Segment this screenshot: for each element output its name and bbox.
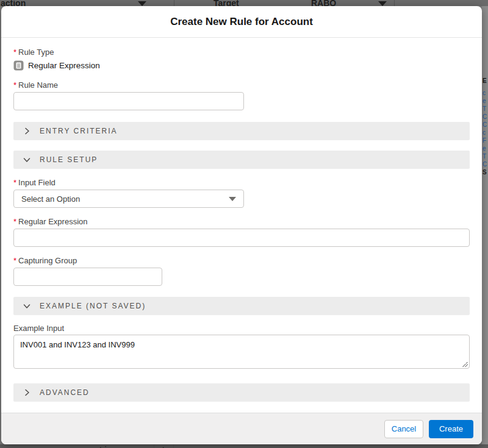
required-asterisk: * (13, 217, 16, 227)
example-input-textarea[interactable]: INV001 and INV123 and INV999 (13, 335, 470, 369)
modal-footer: Cancel Create (1, 413, 482, 444)
capturing-group-input[interactable] (13, 268, 162, 286)
resize-handle-icon[interactable] (462, 361, 468, 367)
sort-arrow-icon (378, 1, 387, 6)
create-button[interactable]: Create (429, 420, 473, 438)
clipped-letter: F (483, 137, 488, 144)
column-divider (173, 444, 174, 448)
clipped-letter: S (483, 168, 488, 176)
column-divider (154, 444, 154, 448)
clipped-letter: T (483, 105, 488, 113)
clipped-letter: e (483, 97, 488, 105)
background-cell-string: string (95, 445, 116, 448)
regular-expression-label: * Regular Expression (13, 217, 470, 227)
add-row-button: + (160, 444, 166, 448)
required-asterisk: * (13, 80, 16, 90)
chevron-down-icon (23, 155, 32, 164)
clipped-letter: C (483, 121, 488, 129)
section-label: EXAMPLE (NOT SAVED) (40, 302, 146, 310)
clipped-letter: e (483, 144, 488, 152)
background-clipped-text: E c e T C C c F e T C S (483, 73, 488, 176)
section-rule-setup[interactable]: RULE SETUP (13, 151, 470, 169)
regular-expression-input[interactable] (13, 229, 470, 247)
rule-type-value-row: Regular Expression (13, 60, 470, 71)
sort-arrow-icon (138, 1, 146, 6)
create-rule-modal: Create New Rule for Account * Rule Type … (1, 6, 482, 444)
background-column-rabo: RABO (311, 0, 336, 6)
section-entry-criteria[interactable]: ENTRY CRITERIA (13, 122, 470, 140)
clipped-letter: c (483, 129, 488, 137)
clipped-letter: C (483, 113, 488, 121)
section-advanced[interactable]: ADVANCED (13, 383, 470, 402)
section-label: ENTRY CRITERIA (40, 127, 118, 135)
list-icon (13, 60, 24, 71)
required-asterisk: * (13, 48, 16, 57)
input-field-select[interactable]: Select an Option (13, 190, 244, 208)
rule-name-input[interactable] (13, 92, 244, 110)
selected-option-text: Select an Option (21, 194, 80, 204)
chevron-right-icon (23, 127, 32, 135)
clipped-letter: C (483, 160, 488, 168)
modal-title: Create New Rule for Account (170, 16, 313, 28)
modal-header: Create New Rule for Account (1, 6, 482, 38)
background-column-target: Target (214, 0, 239, 6)
capturing-group-label: * Capturing Group (13, 256, 470, 266)
clipped-letter: E (483, 73, 488, 89)
background-column-action: action (1, 0, 26, 6)
section-example[interactable]: EXAMPLE (NOT SAVED) (13, 297, 470, 315)
chevron-down-icon (23, 302, 32, 310)
cancel-button[interactable]: Cancel (384, 420, 423, 438)
column-divider (174, 0, 174, 6)
chevron-right-icon (23, 388, 32, 397)
clipped-letter: T (483, 152, 488, 160)
clipped-letter: c (483, 89, 488, 97)
background-table-header: action Target RABO (0, 0, 488, 6)
input-field-label: * Input Field (13, 178, 470, 188)
section-label: RULE SETUP (40, 155, 98, 164)
modal-body: * Rule Type Regular Expression * Rule Na… (1, 38, 482, 413)
select-arrow-icon (229, 197, 236, 201)
background-page-edge: E c e T C C c F e T C S (482, 6, 488, 444)
required-asterisk: * (13, 178, 16, 188)
example-input-label: Example Input (13, 324, 470, 333)
rule-name-label: * Rule Name (13, 80, 470, 90)
rule-type-label: * Rule Type (13, 48, 470, 57)
background-table-row: string + (0, 444, 488, 448)
section-label: ADVANCED (40, 388, 90, 397)
example-input-wrap: INV001 and INV123 and INV999 (13, 335, 470, 369)
required-asterisk: * (13, 256, 16, 266)
column-divider (394, 0, 395, 6)
rule-type-value: Regular Expression (28, 61, 100, 70)
